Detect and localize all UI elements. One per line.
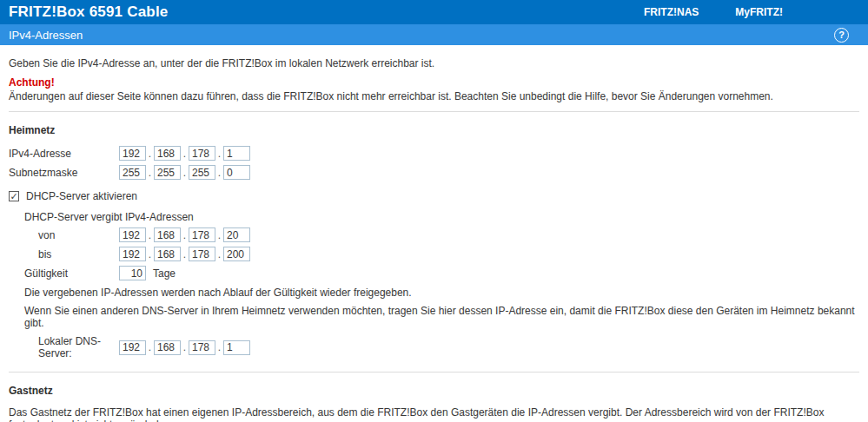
octet-separator: . <box>181 148 189 160</box>
heimnetz-subnet-row: Subnetzmaske . . . <box>9 165 859 180</box>
heimnetz-ipv4-octet-2[interactable] <box>154 146 181 161</box>
heimnetz-ipv4-octet-4[interactable] <box>223 146 250 161</box>
octet-separator: . <box>215 148 223 160</box>
octet-separator: . <box>181 167 189 179</box>
divider <box>9 372 859 373</box>
dns-octet-3[interactable] <box>189 340 215 355</box>
dhcp-checkbox-label[interactable]: DHCP-Server aktivieren <box>26 190 137 202</box>
nav-fritznas-link[interactable]: FRITZ!NAS <box>644 6 699 18</box>
octet-separator: . <box>215 341 223 353</box>
dns-octet-2[interactable] <box>154 340 181 355</box>
octet-separator: . <box>146 248 154 260</box>
octet-separator: . <box>215 248 223 260</box>
dhcp-bis-octet-4[interactable] <box>223 247 250 261</box>
dhcp-von-octet-2[interactable] <box>154 227 181 242</box>
dhcp-bis-row: bis . . . <box>38 247 859 261</box>
gastnetz-description: Das Gastnetz der FRITZ!Box hat einen eig… <box>9 406 859 422</box>
nav-myfritz-link[interactable]: MyFRITZ! <box>735 6 783 18</box>
octet-separator: . <box>146 148 154 160</box>
heimnetz-heading: Heimnetz <box>9 124 859 136</box>
warning-text: Änderungen auf dieser Seite können dazu … <box>9 90 859 102</box>
dhcp-bis-octet-3[interactable] <box>189 247 215 261</box>
dhcp-bis-octet-2[interactable] <box>154 247 181 261</box>
dhcp-enable-row: ✓ DHCP-Server aktivieren <box>9 190 859 202</box>
gastnetz-heading: Gastnetz <box>9 385 859 397</box>
title-bar: FRITZ!Box 6591 Cable FRITZ!NAS MyFRITZ! <box>0 0 868 24</box>
dns-octet-1[interactable] <box>119 340 146 355</box>
octet-separator: . <box>146 341 154 353</box>
heimnetz-ipv4-label: IPv4-Adresse <box>9 148 119 160</box>
dns-row: Lokaler DNS-Server: . . . <box>38 335 859 359</box>
dns-octet-4[interactable] <box>223 340 250 355</box>
validity-label: Gültigkeit <box>24 267 119 280</box>
heimnetz-subnet-octet-2[interactable] <box>154 165 181 180</box>
octet-separator: . <box>146 229 154 241</box>
dhcp-von-octet-4[interactable] <box>223 227 250 242</box>
page-header-bar: IPv4-Adressen ? <box>0 24 868 45</box>
heimnetz-subnet-octet-4[interactable] <box>223 165 250 180</box>
dns-label: Lokaler DNS-Server: <box>38 335 119 359</box>
divider <box>9 111 859 112</box>
heimnetz-subnet-octet-1[interactable] <box>119 165 146 180</box>
dhcp-von-octet-3[interactable] <box>189 227 215 242</box>
help-icon[interactable]: ? <box>834 28 849 43</box>
dhcp-von-label: von <box>38 229 119 241</box>
page-title: IPv4-Adressen <box>9 29 834 42</box>
dhcp-bis-octet-1[interactable] <box>119 247 146 261</box>
dhcp-von-row: von . . . <box>38 227 859 242</box>
dns-note: Wenn Sie einen anderen DNS-Server in Ihr… <box>24 305 859 329</box>
top-nav: FRITZ!NAS MyFRITZ! <box>644 6 783 18</box>
heimnetz-subnet-label: Subnetzmaske <box>9 167 119 179</box>
validity-unit: Tage <box>153 267 176 280</box>
dhcp-range-caption-row: DHCP-Server vergibt IPv4-Adressen <box>24 211 859 223</box>
dhcp-von-octet-1[interactable] <box>119 227 146 242</box>
warning-title: Achtung! <box>9 76 859 89</box>
octet-separator: . <box>181 248 189 260</box>
octet-separator: . <box>215 229 223 241</box>
heimnetz-ipv4-octet-1[interactable] <box>119 146 146 161</box>
heimnetz-ipv4-row: IPv4-Adresse . . . <box>9 146 859 161</box>
lease-release-note: Die vergebenen IP-Adressen werden nach A… <box>24 287 859 299</box>
heimnetz-subnet-octet-3[interactable] <box>189 165 215 180</box>
dhcp-checkbox[interactable]: ✓ <box>9 191 19 201</box>
dhcp-bis-label: bis <box>38 248 119 260</box>
heimnetz-ipv4-octet-3[interactable] <box>189 146 215 161</box>
validity-row: Gültigkeit Tage <box>24 266 859 280</box>
octet-separator: . <box>181 229 189 241</box>
intro-text: Geben Sie die IPv4-Adresse an, unter der… <box>9 57 859 69</box>
validity-input[interactable] <box>119 266 146 280</box>
octet-separator: . <box>146 167 154 179</box>
window-title: FRITZ!Box 6591 Cable <box>9 3 644 21</box>
octet-separator: . <box>215 167 223 179</box>
dhcp-range-caption: DHCP-Server vergibt IPv4-Adressen <box>24 211 194 223</box>
octet-separator: . <box>181 341 189 353</box>
main-content: Geben Sie die IPv4-Adresse an, unter der… <box>0 45 868 422</box>
